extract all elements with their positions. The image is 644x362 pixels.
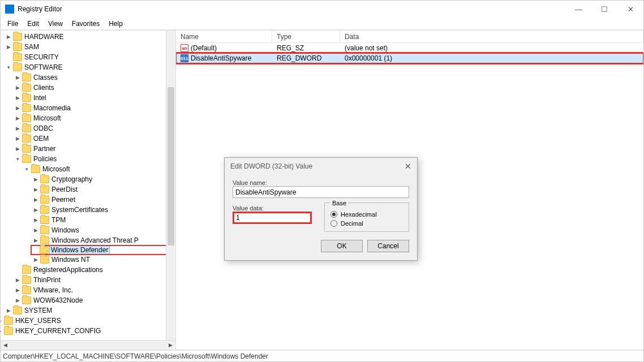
menu-view[interactable]: View	[44, 19, 67, 29]
menu-help[interactable]: Help	[104, 19, 127, 29]
expand-icon[interactable]: ▶	[5, 34, 12, 40]
radio-decimal[interactable]: Decimal	[330, 220, 403, 227]
cancel-button[interactable]: Cancel	[367, 240, 409, 252]
tree-node-microsoft[interactable]: ▶Microsoft	[13, 113, 175, 123]
folder-icon	[40, 206, 49, 214]
tree-node-cryptography[interactable]: ▶Cryptography	[31, 174, 175, 184]
folder-icon	[40, 216, 49, 224]
folder-icon	[22, 276, 31, 284]
collapse-icon[interactable]: ▾	[5, 64, 12, 70]
scroll-right-icon[interactable]: ▶	[166, 341, 175, 350]
maximize-button[interactable]: ☐	[591, 1, 617, 18]
tree-node-security[interactable]: SECURITY	[4, 52, 175, 62]
value-name: DisableAntiSpyware	[191, 54, 251, 62]
collapse-icon[interactable]: ▾	[23, 166, 30, 172]
titlebar[interactable]: Registry Editor — ☐ ✕	[1, 1, 643, 18]
folder-icon	[22, 114, 31, 122]
window-controls: — ☐ ✕	[565, 1, 643, 18]
tree-node-watp[interactable]: ▶Windows Advanced Threat P	[31, 235, 175, 245]
tree-node-tpm[interactable]: ▶TPM	[31, 215, 175, 225]
folder-icon	[40, 186, 49, 193]
expand-icon[interactable]: ▶	[14, 287, 21, 293]
expand-icon[interactable]: ▶	[32, 176, 39, 182]
expand-icon[interactable]: ▶	[14, 298, 21, 303]
column-header-name[interactable]: Name	[176, 31, 272, 42]
tree-node-macromedia[interactable]: ▶Macromedia	[13, 103, 175, 113]
expand-icon[interactable]: ▶	[14, 95, 21, 101]
tree-node-oem[interactable]: ▶OEM	[13, 133, 175, 144]
ok-button[interactable]: OK	[321, 240, 363, 252]
tree-node-hkey-users[interactable]: ▶HKEY_USERS	[1, 316, 175, 326]
tree-node-clients[interactable]: ▶Clients	[13, 83, 175, 93]
expand-icon[interactable]: ▶	[32, 257, 39, 262]
expand-icon[interactable]: ▶	[5, 44, 12, 50]
radio-icon	[330, 211, 337, 218]
tree-node-sam[interactable]: ▶SAM	[4, 42, 175, 52]
expand-icon[interactable]: ▶	[32, 238, 39, 243]
tree-node-systemcertificates[interactable]: ▶SystemCertificates	[31, 205, 175, 215]
expand-icon[interactable]: ▶	[14, 115, 21, 121]
tree-node-windows[interactable]: ▶Windows	[31, 225, 175, 235]
expand-icon[interactable]: ▶	[14, 277, 21, 283]
folder-icon	[40, 226, 49, 234]
list-row-disableantispyware[interactable]: 011DisableAntiSpyware REG_DWORD 0x000000…	[176, 53, 643, 63]
expand-icon[interactable]: ▶	[14, 136, 21, 141]
minimize-button[interactable]: —	[565, 1, 591, 18]
tree-horizontal-scrollbar[interactable]: ◀ ▶	[1, 340, 175, 350]
value-data-input[interactable]	[233, 212, 312, 224]
tree-vertical-scrollbar[interactable]	[166, 31, 175, 340]
tree-node-windowsnt[interactable]: ▶Windows NT	[31, 255, 175, 265]
tree-node-windows-defender[interactable]: Windows Defender	[31, 245, 175, 255]
tree-node-classes[interactable]: ▶Classes	[13, 72, 175, 83]
column-header-type[interactable]: Type	[272, 31, 340, 42]
tree-node-policies-microsoft[interactable]: ▾Microsoft	[22, 164, 175, 174]
expand-icon[interactable]: ▶	[14, 75, 21, 80]
tree-node-registeredapplications[interactable]: RegisteredApplications	[13, 265, 175, 275]
registry-tree[interactable]: ▶HARDWARE ▶SAM SECURITY ▾SOFTWARE ▶Class…	[1, 31, 175, 340]
close-icon: ✕	[628, 5, 634, 14]
close-button[interactable]: ✕	[617, 1, 643, 18]
folder-icon	[31, 165, 40, 173]
expand-icon[interactable]: ▶	[32, 217, 39, 223]
radio-label: Decimal	[341, 220, 363, 227]
menu-favorites[interactable]: Favorites	[67, 19, 104, 29]
expand-icon[interactable]: ▶	[14, 85, 21, 90]
expand-icon[interactable]: ▶	[14, 105, 21, 111]
expand-icon[interactable]: ▶	[32, 207, 39, 213]
collapse-icon[interactable]: ▾	[14, 156, 21, 162]
tree-node-hkey-current-config[interactable]: ▶HKEY_CURRENT_CONFIG	[1, 326, 175, 336]
tree-node-intel[interactable]: ▶Intel	[13, 93, 175, 103]
list-row-default[interactable]: ab(Default) REG_SZ (value not set)	[176, 43, 643, 53]
scrollbar-thumb[interactable]	[168, 87, 174, 245]
expand-icon[interactable]: ▶	[1, 318, 3, 324]
tree-node-hardware[interactable]: ▶HARDWARE	[4, 32, 175, 42]
expand-icon[interactable]: ▶	[14, 146, 21, 152]
dialog-close-button[interactable]: ✕	[405, 162, 411, 171]
expand-icon[interactable]: ▶	[1, 328, 3, 334]
expand-icon[interactable]: ▶	[32, 227, 39, 233]
tree-node-peerdist[interactable]: ▶PeerDist	[31, 184, 175, 195]
expand-icon[interactable]: ▶	[14, 126, 21, 131]
scroll-left-icon[interactable]: ◀	[1, 341, 10, 350]
tree-node-system[interactable]: ▶SYSTEM	[4, 305, 175, 316]
tree-node-thinprint[interactable]: ▶ThinPrint	[13, 275, 175, 285]
tree-node-software[interactable]: ▾SOFTWARE	[4, 62, 175, 72]
value-name-input[interactable]	[233, 186, 409, 198]
tree-node-policies[interactable]: ▾Policies	[13, 154, 175, 164]
tree-node-vmware[interactable]: ▶VMware, Inc.	[13, 285, 175, 295]
radio-hexadecimal[interactable]: Hexadecimal	[330, 211, 403, 218]
menu-file[interactable]: File	[3, 19, 23, 29]
expand-icon[interactable]: ▶	[32, 187, 39, 192]
tree-node-peernet[interactable]: ▶Peernet	[31, 195, 175, 205]
expand-icon[interactable]: ▶	[5, 308, 12, 313]
dialog-titlebar[interactable]: Edit DWORD (32-bit) Value ✕	[225, 158, 417, 175]
column-header-data[interactable]: Data	[340, 31, 643, 42]
tree-node-odbc[interactable]: ▶ODBC	[13, 123, 175, 133]
value-data: 0x00000001 (1)	[340, 54, 643, 62]
menu-edit[interactable]: Edit	[23, 19, 44, 29]
expand-icon[interactable]: ▶	[32, 197, 39, 202]
tree-node-partner[interactable]: ▶Partner	[13, 144, 175, 154]
tree-node-wow6432[interactable]: ▶WOW6432Node	[13, 295, 175, 305]
menubar: File Edit View Favorites Help	[1, 18, 643, 30]
value-data-label: Value data:	[233, 205, 316, 212]
